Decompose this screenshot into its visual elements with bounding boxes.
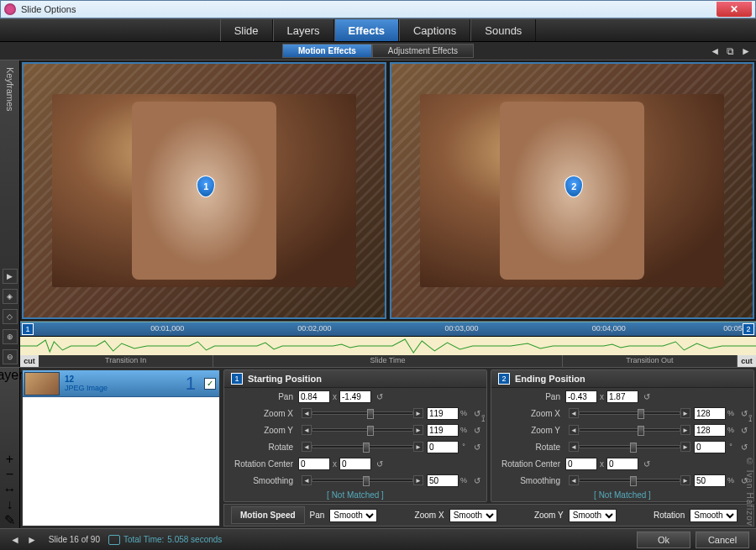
percent-unit: %	[726, 409, 736, 417]
reset-icon[interactable]: ↺	[738, 441, 750, 453]
cancel-button[interactable]: Cancel	[696, 532, 749, 548]
slider-right-icon[interactable]: ►	[680, 442, 690, 452]
keyframes-label: Keyframes	[5, 60, 15, 118]
rotcenter-y-input[interactable]	[606, 458, 638, 470]
slider-left-icon[interactable]: ◄	[302, 408, 312, 418]
subtab-motion-effects[interactable]: Motion Effects	[282, 44, 372, 58]
keyframe-marker-2[interactable]: 2	[743, 323, 754, 335]
keyframe-marker-1[interactable]: 1	[22, 323, 34, 335]
lower-row: Layers + − ↔ ↓ ✎ 12 JPEG Image 1 ✓ 1 Sta…	[0, 367, 756, 528]
rotate-input[interactable]	[694, 441, 726, 453]
not-matched-link[interactable]: [ Not Matched ]	[491, 489, 753, 501]
layer-options-icon[interactable]: ✎	[4, 512, 15, 528]
reset-icon[interactable]: ↺	[471, 424, 483, 436]
audio-waveform[interactable]	[20, 337, 756, 355]
slider-right-icon[interactable]: ►	[680, 408, 690, 418]
smooth-slider[interactable]: ◄►	[302, 475, 423, 485]
slider-right-icon[interactable]: ►	[413, 408, 423, 418]
arrow-right-icon[interactable]: ►	[741, 45, 751, 57]
next-slide-icon[interactable]: ►	[24, 534, 40, 546]
degree-unit: °	[459, 443, 469, 451]
slider-left-icon[interactable]: ◄	[302, 475, 312, 485]
tab-captions[interactable]: Captions	[399, 19, 470, 41]
rotcenter-y-input[interactable]	[339, 458, 371, 470]
zoomy-input[interactable]	[694, 424, 726, 437]
layer-down-icon[interactable]: ↓	[7, 497, 13, 512]
tab-sounds[interactable]: Sounds	[470, 19, 536, 41]
slider-left-icon[interactable]: ◄	[302, 442, 312, 452]
zoomx-input[interactable]	[427, 407, 459, 420]
zoom-in-icon[interactable]: ⊕	[3, 329, 18, 344]
pan-y-input[interactable]	[339, 390, 371, 403]
zoomy-slider[interactable]: ◄►	[302, 425, 423, 435]
prev-slide-icon[interactable]: ◄	[7, 534, 24, 546]
reset-icon[interactable]: ↺	[374, 458, 386, 469]
cut-out-button[interactable]: cut	[738, 355, 756, 367]
reset-icon[interactable]: ↺	[641, 458, 653, 469]
ruler-tick: 00:02,000	[297, 324, 331, 333]
preview-start[interactable]: 1	[22, 62, 386, 319]
rotate-input[interactable]	[427, 441, 459, 453]
ok-button[interactable]: Ok	[637, 532, 690, 548]
arrow-left-icon[interactable]: ◄	[710, 45, 720, 57]
tab-layers[interactable]: Layers	[273, 19, 334, 41]
add-layer-icon[interactable]: +	[6, 452, 13, 467]
subtab-adjustment-effects[interactable]: Adjustment Effects	[372, 44, 474, 58]
speed-zoomy-select[interactable]: Smooth	[569, 509, 617, 522]
zoomx-slider[interactable]: ◄►	[569, 408, 690, 418]
slider-left-icon[interactable]: ◄	[569, 442, 579, 452]
reset-icon[interactable]: ↺	[738, 424, 750, 436]
pan-x-input[interactable]	[298, 390, 330, 403]
speed-rotation-select[interactable]: Smooth	[690, 509, 738, 522]
panel-title-end: Ending Position	[515, 374, 585, 384]
not-matched-link[interactable]: [ Not Matched ]	[224, 489, 486, 501]
rotcenter-x-input[interactable]	[565, 458, 597, 470]
slider-left-icon[interactable]: ◄	[569, 475, 579, 485]
rotate-slider[interactable]: ◄►	[569, 442, 690, 452]
smooth-slider[interactable]: ◄►	[569, 475, 690, 485]
speed-rotation-label: Rotation	[654, 511, 685, 520]
smooth-input[interactable]	[427, 474, 459, 487]
slider-right-icon[interactable]: ►	[413, 475, 423, 485]
cut-in-button[interactable]: cut	[20, 355, 39, 367]
reset-icon[interactable]: ↺	[374, 390, 386, 402]
pan-y-input[interactable]	[606, 390, 638, 403]
zoomx-input[interactable]	[694, 407, 726, 420]
rotate-slider[interactable]: ◄►	[302, 442, 423, 452]
reset-icon[interactable]: ↺	[471, 441, 483, 453]
reset-icon[interactable]: ↺	[641, 390, 653, 402]
layer-visible-checkbox[interactable]: ✓	[204, 378, 216, 390]
move-layer-icon[interactable]: ↔	[3, 482, 17, 497]
play-icon[interactable]: ▶	[3, 269, 18, 284]
remove-layer-icon[interactable]: −	[6, 467, 13, 482]
speed-pan-select[interactable]: Smooth	[329, 509, 377, 522]
tab-effects[interactable]: Effects	[334, 19, 399, 41]
copy-icon[interactable]: ⧉	[727, 45, 734, 57]
zoomy-slider[interactable]: ◄►	[569, 425, 690, 435]
smooth-input[interactable]	[694, 474, 726, 487]
tab-slide[interactable]: Slide	[220, 19, 273, 41]
remove-keyframe-icon[interactable]: ◇	[3, 309, 18, 324]
reset-icon[interactable]: ↺	[471, 474, 483, 486]
slider-right-icon[interactable]: ►	[680, 475, 690, 485]
rotcenter-x-input[interactable]	[298, 458, 330, 470]
add-keyframe-icon[interactable]: ◈	[3, 289, 18, 304]
layer-item[interactable]: 12 JPEG Image 1 ✓	[23, 370, 219, 397]
timeline-ruler[interactable]: 1 00:01,000 00:02,000 00:03,000 00:04,00…	[20, 322, 756, 337]
slider-right-icon[interactable]: ►	[413, 442, 423, 452]
pan-x-input[interactable]	[565, 390, 597, 403]
zoomx-slider[interactable]: ◄►	[302, 408, 423, 418]
slider-left-icon[interactable]: ◄	[302, 425, 312, 435]
preview-end[interactable]: 2	[390, 62, 754, 319]
watermark: © Ivan Hafizov	[745, 457, 754, 526]
link-zoom-icon[interactable]: ⟟	[481, 412, 485, 424]
speed-zoomx-select[interactable]: Smooth	[449, 509, 497, 522]
close-button[interactable]: ✕	[717, 2, 752, 17]
slider-left-icon[interactable]: ◄	[569, 408, 579, 418]
slider-left-icon[interactable]: ◄	[569, 425, 579, 435]
slider-right-icon[interactable]: ►	[680, 425, 690, 435]
zoomy-input[interactable]	[427, 424, 459, 437]
zoom-out-icon[interactable]: ⊖	[3, 349, 18, 364]
link-zoom-icon[interactable]: ⟟	[748, 412, 752, 424]
slider-right-icon[interactable]: ►	[413, 425, 423, 435]
